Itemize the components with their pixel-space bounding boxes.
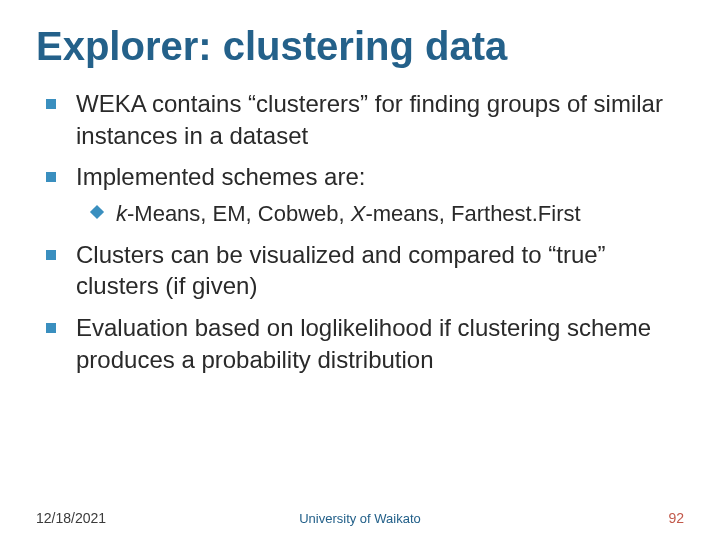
sub-list-item: k-Means, EM, Cobweb, X-means, Farthest.F… — [92, 199, 684, 229]
italic-text: k — [116, 201, 127, 226]
italic-text: X — [351, 201, 366, 226]
bullet-list: WEKA contains “clusterers” for finding g… — [36, 88, 684, 375]
list-item: WEKA contains “clusterers” for finding g… — [42, 88, 684, 151]
sub-list: k-Means, EM, Cobweb, X-means, Farthest.F… — [76, 199, 684, 229]
list-item: Implemented schemes are: k-Means, EM, Co… — [42, 161, 684, 228]
footer-date: 12/18/2021 — [36, 510, 252, 526]
footer-org: University of Waikato — [252, 511, 468, 526]
list-item: Evaluation based on loglikelihood if clu… — [42, 312, 684, 375]
list-item: Clusters can be visualized and compared … — [42, 239, 684, 302]
slide-title: Explorer: clustering data — [36, 24, 684, 68]
sub-text: -means, Farthest.First — [365, 201, 580, 226]
sub-text: -Means, EM, Cobweb, — [127, 201, 351, 226]
footer-page-number: 92 — [468, 510, 684, 526]
list-item-text: Implemented schemes are: — [76, 163, 365, 190]
footer: 12/18/2021 University of Waikato 92 — [36, 510, 684, 526]
slide: Explorer: clustering data WEKA contains … — [0, 0, 720, 540]
